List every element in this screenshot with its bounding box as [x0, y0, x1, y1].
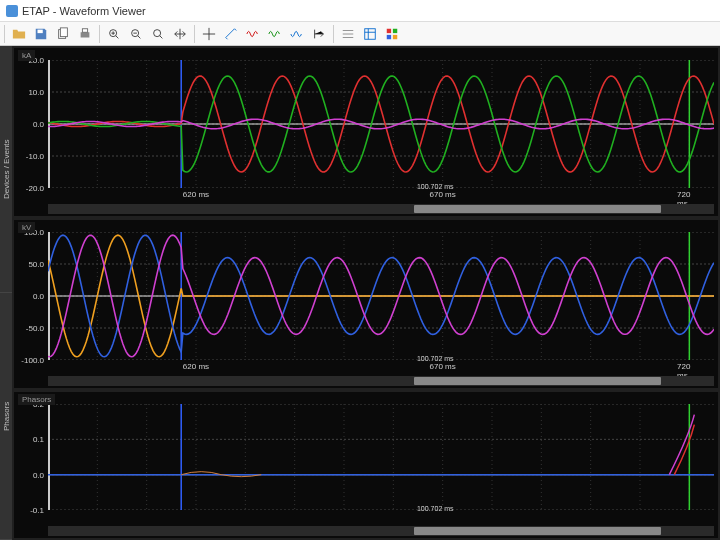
scroll-thumb[interactable] — [414, 205, 660, 213]
save-icon[interactable] — [31, 24, 51, 44]
print-icon[interactable] — [75, 24, 95, 44]
x-axis — [48, 512, 714, 524]
panel-current: kA -20.0-10.00.010.020.0 100.702 ms 620 … — [14, 48, 718, 216]
side-tab-devices[interactable]: Devices / Events — [0, 46, 12, 293]
plot-area[interactable] — [48, 60, 714, 188]
zoom-out-icon[interactable] — [126, 24, 146, 44]
x-tick-label: 670 ms — [430, 362, 456, 371]
x-tick-label: 670 ms — [430, 190, 456, 199]
x-tick-label: 620 ms — [183, 362, 209, 371]
y-tick-label: 10.0 — [28, 88, 44, 97]
svg-rect-9 — [387, 28, 391, 32]
grid-icon[interactable] — [338, 24, 358, 44]
y-axis: -20.0-10.00.010.020.0 — [14, 60, 46, 188]
time-marker: 100.702 ms — [417, 355, 454, 362]
panel-title: kV — [18, 222, 35, 233]
y-tick-label: 0.0 — [33, 470, 44, 479]
y-axis: -100.0-50.00.050.0100.0 — [14, 232, 46, 360]
side-tabs: Devices / Events Phasors — [0, 46, 12, 540]
x-axis: 620 ms670 ms720 ms — [48, 362, 714, 374]
cursor-icon[interactable] — [199, 24, 219, 44]
app-icon — [6, 5, 18, 17]
svg-rect-12 — [393, 34, 397, 38]
plot-area[interactable] — [48, 404, 714, 510]
time-marker: 100.702 ms — [417, 505, 454, 512]
y-tick-label: 0.0 — [33, 292, 44, 301]
shift-left-icon[interactable] — [287, 24, 307, 44]
side-tab-phasors[interactable]: Phasors — [0, 293, 12, 540]
title-bar: ETAP - Waveform Viewer — [0, 0, 720, 22]
y-tick-label: 0.1 — [33, 435, 44, 444]
toolbar-sep — [99, 25, 100, 43]
toolbar-sep — [4, 25, 5, 43]
svg-rect-11 — [387, 34, 391, 38]
window-title: ETAP - Waveform Viewer — [22, 5, 146, 17]
panel-title: kA — [18, 50, 35, 61]
panel-voltage: kV -100.0-50.00.050.0100.0 100.702 ms 62… — [14, 220, 718, 388]
shift-right-icon[interactable] — [309, 24, 329, 44]
svg-rect-3 — [81, 32, 90, 37]
svg-rect-0 — [38, 29, 43, 33]
panel-phasors: Phasors -0.10.00.10.2 100.702 ms — [14, 392, 718, 538]
workspace: Devices / Events Phasors kA -20.0-10.00.… — [0, 46, 720, 540]
y-tick-label: 50.0 — [28, 260, 44, 269]
y-tick-label: 0.0 — [33, 120, 44, 129]
y-tick-label: -0.1 — [30, 506, 44, 515]
scrollbar[interactable] — [48, 376, 714, 386]
measure-icon[interactable] — [221, 24, 241, 44]
zoom-in-icon[interactable] — [104, 24, 124, 44]
svg-rect-4 — [82, 28, 87, 32]
y-tick-label: -10.0 — [26, 152, 44, 161]
plot-area[interactable] — [48, 232, 714, 360]
svg-point-7 — [154, 29, 161, 36]
scrollbar[interactable] — [48, 526, 714, 536]
y-tick-label: -20.0 — [26, 184, 44, 193]
add-wave-icon[interactable] — [243, 24, 263, 44]
toolbar-sep — [194, 25, 195, 43]
plot-stack: kA -20.0-10.00.010.020.0 100.702 ms 620 … — [12, 46, 720, 540]
y-tick-label: -50.0 — [26, 324, 44, 333]
scrollbar[interactable] — [48, 204, 714, 214]
x-axis: 620 ms670 ms720 ms — [48, 190, 714, 202]
pan-icon[interactable] — [170, 24, 190, 44]
svg-rect-10 — [393, 28, 397, 32]
panel-title: Phasors — [18, 394, 55, 405]
remove-wave-icon[interactable] — [265, 24, 285, 44]
copy-icon[interactable] — [53, 24, 73, 44]
zoom-fit-icon[interactable] — [148, 24, 168, 44]
color-icon[interactable] — [382, 24, 402, 44]
folder-open-icon[interactable] — [9, 24, 29, 44]
scroll-thumb[interactable] — [414, 377, 660, 385]
toolbar-sep — [333, 25, 334, 43]
toolbar — [0, 22, 720, 46]
svg-rect-2 — [60, 27, 67, 36]
list-icon[interactable] — [360, 24, 380, 44]
scroll-thumb[interactable] — [414, 527, 660, 535]
time-marker: 100.702 ms — [417, 183, 454, 190]
y-tick-label: -100.0 — [21, 356, 44, 365]
y-axis: -0.10.00.10.2 — [14, 404, 46, 510]
x-tick-label: 620 ms — [183, 190, 209, 199]
svg-rect-8 — [365, 28, 376, 39]
